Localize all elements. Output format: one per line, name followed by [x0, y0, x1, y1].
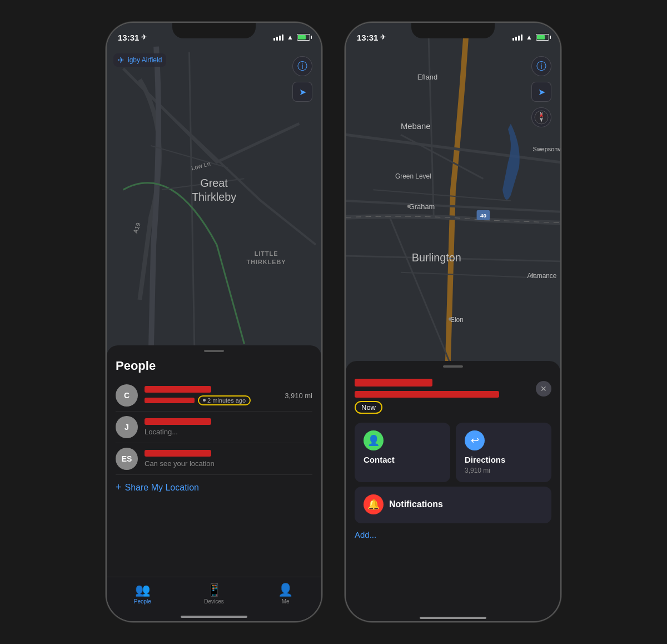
directions-action-label: Directions: [465, 455, 542, 464]
add-link[interactable]: Add...: [346, 528, 560, 546]
plane-icon: ✈: [118, 56, 125, 65]
contact-action-label: Contact: [364, 455, 441, 464]
right-phone: 13:31 ✈ ▲: [345, 22, 561, 622]
people-tab-icon: 👥: [135, 583, 150, 597]
airfield-badge[interactable]: ✈ igby Airfield: [113, 53, 166, 67]
home-indicator-right: [420, 617, 486, 619]
notif-icon: 🔔: [364, 494, 384, 514]
map-location-btn-right[interactable]: ➤: [531, 82, 551, 102]
map-left: Great Thirkleby LITTLE THIRKLEBY Low Ln …: [107, 23, 321, 368]
contact-name-bar2: [355, 391, 499, 398]
action-buttons: 👤 Contact ↩ Directions 3,910 mi: [346, 418, 560, 487]
section-title: People: [116, 359, 312, 373]
now-badge: Now: [355, 401, 382, 414]
contact-name-bar: [355, 379, 432, 387]
person-row-j[interactable]: J Locating...: [116, 412, 312, 443]
compass-btn[interactable]: N: [531, 107, 551, 127]
directions-action-btn[interactable]: ↩ Directions 3,910 mi: [456, 423, 551, 482]
notch: [172, 23, 256, 38]
locating-text: Locating...: [145, 428, 312, 436]
avatar-j: J: [116, 416, 138, 438]
wifi-icon-left: ▲: [287, 33, 293, 41]
people-section: People C 2 minutes ago 3,910 mi: [107, 356, 321, 502]
plus-icon: +: [116, 482, 122, 493]
avatar-c: C: [116, 384, 138, 407]
time-dot-c: [203, 399, 206, 402]
directions-action-icon: ↩: [465, 430, 485, 450]
sheet-handle-right: [443, 365, 463, 368]
home-indicator-left: [181, 616, 247, 618]
contact-action-btn[interactable]: 👤 Contact: [355, 423, 450, 482]
svg-text:Swepsonville: Swepsonville: [533, 146, 560, 152]
person-info-j: Locating...: [145, 418, 312, 436]
status-time-right: 13:31 ✈: [357, 33, 386, 42]
svg-text:Graham: Graham: [409, 202, 435, 211]
person-row-es[interactable]: ES Can see your location: [116, 443, 312, 475]
map-info-btn-right[interactable]: ⓘ: [531, 56, 551, 76]
map-svg-right: 40 Efland Mebane Swepsonville Green Leve…: [346, 23, 560, 379]
notch-right: [411, 23, 495, 38]
map-right: 40 Efland Mebane Swepsonville Green Leve…: [346, 23, 560, 379]
svg-point-20: [531, 274, 535, 277]
battery-fill-right: [537, 35, 545, 39]
status-icons-right: ▲: [512, 33, 549, 41]
directions-action-sub: 3,910 mi: [465, 467, 542, 474]
svg-text:THIRKLEBY: THIRKLEBY: [246, 259, 286, 265]
battery-fill-left: [298, 35, 306, 39]
share-location-btn[interactable]: + Share My Location: [116, 475, 312, 498]
tab-me[interactable]: 👤 Me: [250, 583, 321, 605]
map-info-btn-left[interactable]: ⓘ: [292, 56, 312, 76]
person-info-c: 2 minutes ago: [145, 386, 278, 405]
signal-bars-left: [273, 34, 283, 41]
left-phone: 13:31 ✈ ▲: [106, 22, 322, 622]
svg-text:40: 40: [480, 212, 486, 219]
svg-point-19: [407, 205, 411, 208]
tab-devices[interactable]: 📱 Devices: [178, 583, 250, 605]
person-info-es: Can see your location: [145, 450, 312, 468]
person-sub-c: 2 minutes ago: [145, 395, 278, 405]
svg-text:Thirkleby: Thirkleby: [192, 191, 236, 203]
sheet-handle-left: [204, 350, 224, 352]
svg-point-18: [449, 318, 452, 321]
svg-text:Elon: Elon: [450, 316, 464, 324]
svg-text:Efland: Efland: [417, 73, 437, 81]
person-name-bar-es: [145, 450, 211, 457]
svg-text:Burlington: Burlington: [412, 251, 461, 264]
svg-text:Green Level: Green Level: [395, 172, 431, 180]
devices-tab-icon: 📱: [207, 583, 222, 597]
svg-text:LITTLE: LITTLE: [255, 250, 278, 257]
battery-icon-left: [297, 34, 310, 41]
tab-people[interactable]: 👥 People: [107, 583, 178, 605]
location-arrow-right: ✈: [380, 33, 386, 41]
svg-text:Mebane: Mebane: [401, 122, 431, 131]
location-arrow-left: ✈: [141, 33, 147, 41]
wifi-icon-right: ▲: [526, 33, 532, 41]
contact-header: Now ✕: [346, 372, 560, 418]
person-name-bar-c: [145, 386, 211, 393]
person-row-c[interactable]: C 2 minutes ago 3,910 mi: [116, 380, 312, 412]
compass-icon: N: [534, 110, 549, 125]
tab-bar-left: 👥 People 📱 Devices 👤 Me: [107, 577, 321, 621]
close-btn[interactable]: ✕: [536, 381, 551, 397]
status-time-left: 13:31 ✈: [118, 33, 147, 42]
me-tab-icon: 👤: [278, 583, 293, 597]
map-location-btn-left[interactable]: ➤: [292, 82, 312, 102]
status-icons-left: ▲: [273, 33, 310, 41]
svg-text:N: N: [540, 112, 542, 115]
avatar-es: ES: [116, 448, 138, 470]
person-name-bar2-c: [145, 398, 195, 403]
map-svg-left: Great Thirkleby LITTLE THIRKLEBY Low Ln …: [107, 23, 321, 368]
time-badge-c: 2 minutes ago: [198, 395, 251, 405]
notif-icon-row: 🔔 Notifications: [364, 494, 542, 514]
see-location-text: Can see your location: [145, 459, 312, 468]
battery-icon-right: [536, 34, 549, 41]
signal-bars-right: [512, 34, 522, 41]
svg-text:Great: Great: [200, 177, 228, 189]
notifications-btn[interactable]: 🔔 Notifications: [355, 487, 551, 523]
contact-sheet: Now ✕ 👤 Contact ↩ Directions 3,910 mi 🔔 …: [346, 361, 560, 622]
person-name-bar-j: [145, 418, 211, 425]
contact-action-icon: 👤: [364, 430, 384, 450]
distance-c: 3,910 mi: [285, 392, 312, 400]
notifications-label: Notifications: [389, 499, 443, 509]
